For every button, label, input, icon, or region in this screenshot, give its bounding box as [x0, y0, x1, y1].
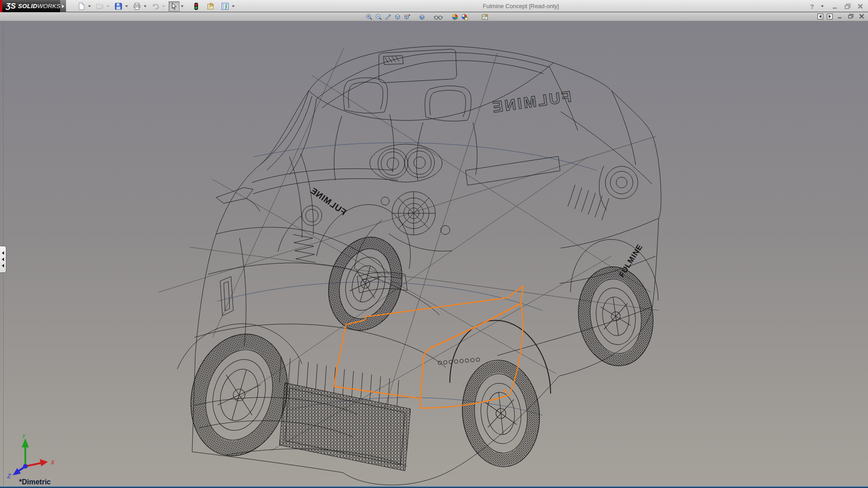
restore-document-button[interactable] — [847, 13, 854, 19]
menu-flyout-arrow[interactable] — [60, 0, 66, 12]
3ds-logo-mark: ƷS — [6, 2, 16, 11]
close-document-button[interactable] — [858, 13, 865, 19]
restore-document-icon — [848, 14, 854, 19]
restore-icon — [844, 3, 851, 9]
minimize-document-icon — [837, 14, 843, 19]
new-dropdown[interactable] — [87, 1, 92, 11]
display-style-shaded-icon — [419, 14, 425, 20]
close-button[interactable] — [855, 2, 865, 11]
minimize-document-button[interactable] — [836, 13, 844, 19]
window-title: Fulmine Concept [Read-only] — [483, 3, 559, 9]
title-bar: ƷS SOLIDWORKS — [0, 0, 868, 12]
zoom-to-area-icon — [375, 14, 382, 20]
view-settings-button[interactable] — [480, 13, 490, 21]
restore-button[interactable] — [843, 2, 853, 11]
collapse-left-pane-button[interactable] — [817, 14, 823, 19]
main-toolbar — [76, 1, 238, 11]
hide-show-items-icon — [434, 14, 443, 20]
flyout-arrow-icon — [62, 5, 64, 8]
front-right-wheel — [457, 357, 545, 470]
close-icon — [857, 3, 864, 9]
new-document-icon — [77, 2, 85, 10]
solidworks-window: ƷS SOLIDWORKS — [0, 0, 868, 488]
open-dropdown[interactable] — [105, 1, 110, 11]
undo-button[interactable] — [150, 1, 161, 11]
new-document-button[interactable] — [76, 1, 87, 11]
display-style-button[interactable] — [402, 13, 412, 21]
stoplight-icon — [192, 2, 200, 10]
design-checker-icon — [221, 2, 229, 10]
pane-right-arrow-icon — [828, 14, 832, 19]
view-orientation-label: *Dimetric — [19, 478, 51, 486]
help-icon: ? — [810, 3, 814, 10]
triad-y-label: Y — [22, 435, 26, 440]
rear-left-wheel — [318, 228, 413, 339]
triad-x-arrowhead — [40, 459, 48, 466]
edit-appearance-button[interactable] — [450, 13, 460, 21]
headsup-view-toolbar — [364, 13, 490, 21]
zoom-to-area-button[interactable] — [374, 13, 383, 21]
minimize-button[interactable] — [830, 2, 840, 11]
view-orientation-icon — [394, 14, 401, 20]
zoom-to-fit-button[interactable] — [364, 13, 374, 21]
logo-solid: SOLID — [18, 3, 38, 9]
status-bar-edge — [0, 486, 868, 488]
view-orientation-button[interactable] — [393, 13, 402, 21]
minimize-icon — [831, 3, 839, 9]
collapse-arrow-icon — [2, 251, 4, 255]
collapse-arrow-icon — [2, 258, 4, 261]
open-icon — [96, 2, 104, 10]
annotation-note-button[interactable] — [205, 1, 216, 11]
display-style-shaded-button[interactable] — [417, 13, 427, 21]
edit-appearance-icon — [452, 14, 458, 20]
graphics-area[interactable]: FULMINE FULMINE FULMINE — [0, 21, 868, 486]
note-icon — [207, 2, 215, 10]
rebuild-stoplight-button[interactable] — [191, 1, 202, 11]
reference-triad: Y X Z — [6, 435, 61, 480]
solidworks-logo: ƷS SOLIDWORKS — [2, 0, 60, 12]
design-checker-dropdown[interactable] — [231, 1, 236, 11]
undo-icon — [151, 2, 160, 10]
logo-works: WORKS — [38, 3, 61, 9]
help-dropdown[interactable] — [820, 1, 825, 11]
print-icon — [133, 2, 141, 10]
wireframe-car-model: FULMINE FULMINE FULMINE — [0, 21, 868, 486]
zoom-to-fit-icon — [366, 14, 373, 20]
print-button[interactable] — [132, 1, 142, 11]
open-button[interactable] — [94, 1, 105, 11]
selected-sketch-contour[interactable] — [334, 286, 523, 408]
apply-scene-button[interactable] — [460, 13, 469, 21]
triad-z-label: Z — [7, 473, 11, 479]
view-toolbar-row — [0, 12, 868, 21]
hide-show-items-button[interactable] — [432, 13, 445, 21]
rear-right-wheel — [572, 262, 659, 371]
close-document-icon — [859, 14, 865, 19]
triad-y-arrowhead — [22, 438, 29, 447]
pane-left-arrow-icon — [818, 14, 822, 19]
help-button[interactable]: ? — [807, 2, 817, 11]
save-button[interactable] — [113, 1, 124, 11]
section-view-icon — [385, 14, 392, 20]
save-dropdown[interactable] — [124, 1, 129, 11]
expand-right-pane-button[interactable] — [827, 14, 833, 19]
apply-scene-icon — [461, 14, 468, 20]
select-cursor-icon — [170, 2, 178, 10]
triad-z-arrowhead — [13, 468, 21, 475]
badge-rear: FULMINE — [490, 88, 572, 116]
triad-x-label: X — [50, 459, 55, 466]
select-tool-button[interactable] — [169, 1, 179, 11]
display-style-icon — [404, 14, 410, 20]
save-icon — [114, 2, 123, 10]
feature-manager-collapse-tab[interactable] — [0, 246, 6, 273]
design-checker-button[interactable] — [220, 1, 231, 11]
print-dropdown[interactable] — [142, 1, 147, 11]
undo-dropdown[interactable] — [161, 1, 166, 11]
front-grille-mesh — [279, 383, 410, 471]
window-controls: ? — [807, 1, 865, 11]
select-dropdown[interactable] — [179, 1, 184, 11]
document-window-controls — [817, 13, 865, 19]
badge-side-left: FULMINE — [309, 186, 348, 217]
view-settings-icon — [481, 14, 488, 20]
collapse-arrow-icon — [2, 264, 4, 267]
section-view-button[interactable] — [383, 13, 393, 21]
